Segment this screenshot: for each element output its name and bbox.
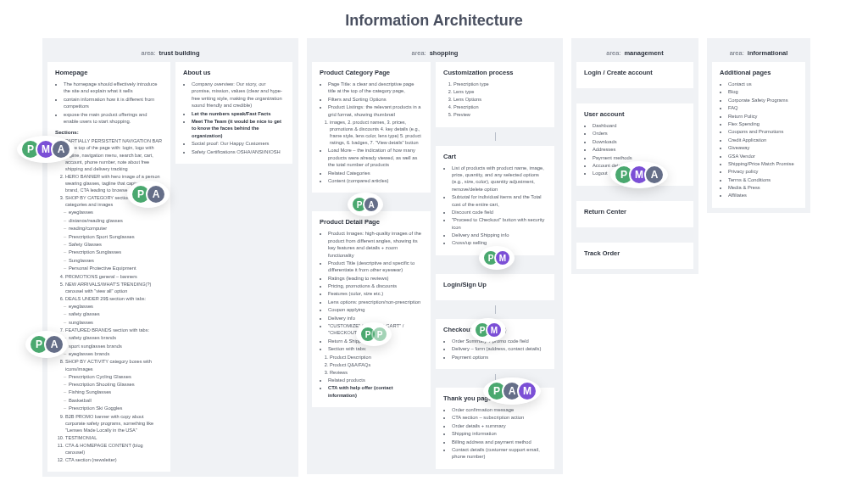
connector	[436, 305, 554, 314]
avatar-cluster[interactable]: P M A	[610, 161, 668, 188]
card-cart: Cart List of products with product name,…	[436, 146, 554, 255]
card-title: Product Category Page	[320, 69, 423, 76]
avatar-cluster[interactable]: P P	[356, 322, 392, 346]
card-customization: Customization process Prescription type …	[436, 62, 554, 127]
card-title: Cart	[443, 153, 547, 160]
card-title: Track Order	[584, 249, 686, 257]
avatar-cluster[interactable]: P A	[127, 181, 170, 208]
area-header-shopping: area:shopping	[312, 43, 558, 62]
card-title: Login / Create account	[584, 69, 686, 76]
avatar-a-icon: A	[644, 165, 665, 185]
avatar-a-icon: A	[51, 139, 71, 159]
avatar-cluster[interactable]: P M	[470, 318, 506, 342]
area-header-trust: area:trust building	[47, 43, 293, 62]
avatar-a-icon: A	[363, 196, 380, 213]
card-login-signup: Login/Sign Up	[436, 274, 554, 300]
avatar-m-icon: M	[494, 249, 511, 266]
area-header-informational: area:informational	[712, 43, 805, 62]
canvas: area:trust building Homepage The homepag…	[0, 38, 868, 477]
area-shopping: area:shopping Product Category Page Page…	[307, 38, 563, 474]
area-management: area:management Login / Create account U…	[571, 38, 698, 274]
area-informational: area:informational Additional pages Cont…	[707, 38, 810, 213]
card-product-detail: Product Detail Page Product Images: high…	[312, 211, 431, 407]
card-title: Customization process	[443, 69, 547, 76]
card-title: Login/Sign Up	[443, 281, 547, 288]
page-title: Information Architecture	[0, 12, 868, 30]
card-title: Homepage	[55, 69, 163, 76]
avatar-m-icon: M	[486, 321, 503, 338]
card-title: Additional pages	[720, 69, 798, 76]
card-additional-pages: Additional pages Contact us Blog Corpora…	[712, 62, 805, 208]
avatar-cluster[interactable]: P M	[479, 246, 515, 270]
area-trust-building: area:trust building Homepage The homepag…	[42, 38, 298, 477]
avatar-p-icon: P	[371, 326, 388, 343]
avatar-cluster[interactable]: P A M	[483, 377, 541, 405]
card-title: About us	[183, 69, 285, 76]
card-homepage: Homepage The homepage should effectively…	[47, 62, 170, 472]
avatar-cluster[interactable]: P A	[348, 193, 383, 216]
avatar-cluster[interactable]: P M A	[17, 136, 75, 163]
area-header-management: area:management	[576, 43, 693, 62]
card-title: User account	[584, 110, 686, 118]
label-sections: Sections:	[55, 129, 163, 135]
avatar-a-icon: A	[44, 334, 64, 355]
connector	[436, 132, 554, 141]
card-about-us: About us Company overview: Our story, ou…	[175, 62, 292, 164]
card-title: Return Center	[584, 208, 686, 215]
card-return-center: Return Center	[576, 201, 693, 227]
card-track-order: Track Order	[576, 243, 693, 269]
card-login-create: Login / Create account	[576, 62, 693, 88]
avatar-cluster[interactable]: P A	[25, 331, 68, 358]
avatar-a-icon: A	[146, 184, 166, 204]
avatar-m-icon: M	[517, 381, 537, 401]
card-product-category: Product Category Page Page Title: a clea…	[312, 62, 431, 193]
card-title: Product Detail Page	[320, 218, 423, 226]
